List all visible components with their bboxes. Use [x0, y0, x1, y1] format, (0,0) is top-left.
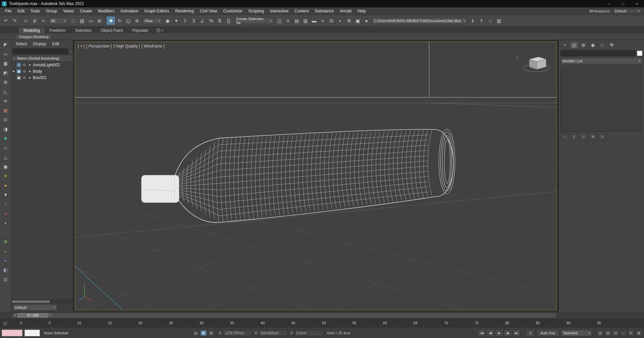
- orbit-icon[interactable]: ↻: [628, 330, 635, 336]
- materials-filter-icon[interactable]: ●: [2, 210, 9, 217]
- render-setup-icon[interactable]: ⚙: [345, 16, 353, 25]
- scene-object-row[interactable]: ▶ ▦ ⊙ ● Body: [11, 68, 73, 74]
- visibility-eye-icon[interactable]: ⊙: [22, 63, 26, 67]
- ribbon-tab-modeling[interactable]: Modeling: [19, 27, 45, 33]
- import-file-icon[interactable]: ⇓: [469, 16, 477, 25]
- containers-filter-icon[interactable]: ◒: [2, 248, 9, 255]
- modifier-stack[interactable]: [560, 66, 642, 132]
- schematic-view-icon[interactable]: ⊟: [327, 16, 336, 25]
- pin-stack-button[interactable]: ⌖: [560, 133, 569, 140]
- menu-item[interactable]: Tools: [28, 9, 43, 13]
- space-warps-filter-icon[interactable]: ◔: [2, 229, 9, 236]
- asset-library-icon[interactable]: ▥: [495, 16, 503, 25]
- viewport-quality-menu[interactable]: [ High Quality ]: [113, 44, 140, 49]
- explorer-menu-item[interactable]: Edit: [49, 42, 62, 46]
- foliage-icon[interactable]: ✿: [2, 238, 9, 245]
- display-grid-icon[interactable]: ▦: [2, 60, 9, 67]
- menu-item[interactable]: Scripting: [245, 9, 267, 13]
- menu-item[interactable]: Edit: [14, 9, 28, 13]
- scene-object-row[interactable]: ✶ ⊙ ● ArnoldLight002: [11, 62, 73, 68]
- percent-snap-icon[interactable]: %: [207, 16, 215, 25]
- ribbon-tab-selection[interactable]: Selection: [70, 27, 96, 33]
- spinner-snap-icon[interactable]: ⇅: [216, 16, 224, 25]
- previous-frame-button[interactable]: ◀|: [486, 330, 494, 336]
- time-slider-handle[interactable]: 0 / 100: [17, 313, 48, 318]
- redo-icon[interactable]: ↷: [10, 16, 19, 25]
- toothpaste-tube-wireframe[interactable]: [142, 129, 455, 222]
- expand-toggle-icon[interactable]: ▶: [12, 70, 15, 73]
- viewport-general-menu[interactable]: [ + ]: [78, 44, 85, 49]
- maximize-button[interactable]: □: [616, 0, 630, 7]
- unlink-selection-icon[interactable]: ⊄: [31, 16, 39, 25]
- next-frame-button[interactable]: |▶: [504, 330, 512, 336]
- menu-item[interactable]: Substance: [312, 9, 337, 13]
- hidden-filter-icon[interactable]: ▤: [2, 276, 9, 283]
- explorer-column-header[interactable]: ▲ Name (Sorted Ascending): [11, 55, 73, 62]
- visibility-eye-icon[interactable]: ⊙: [22, 76, 26, 79]
- zoom-icon[interactable]: ◎: [597, 330, 604, 336]
- display-layers-icon[interactable]: ◩: [2, 69, 9, 76]
- polygon-modeling-panel-button[interactable]: Polygon Modeling: [15, 34, 52, 40]
- explorer-horizontal-scrollbar[interactable]: [11, 299, 73, 303]
- menu-item[interactable]: Group: [43, 9, 60, 13]
- close-button[interactable]: ×: [630, 0, 644, 7]
- zoom-extents-icon[interactable]: ⊡: [612, 330, 619, 336]
- play-button[interactable]: ▶: [495, 330, 503, 336]
- shapes-filter-icon[interactable]: ◇: [2, 144, 9, 151]
- viewport-canvas[interactable]: ⌂: [75, 42, 556, 310]
- export-file-icon[interactable]: ⇑: [477, 16, 486, 25]
- auto-key-button[interactable]: Auto Key: [537, 330, 559, 336]
- undo-icon[interactable]: ↶: [2, 16, 10, 25]
- menu-item[interactable]: Graph Editors: [141, 9, 172, 13]
- keyboard-override-icon[interactable]: ⇧: [181, 16, 189, 25]
- particles-filter-icon[interactable]: ✱: [2, 135, 9, 142]
- viewport-pov-menu[interactable]: [ Perspective ]: [86, 44, 112, 49]
- angle-snap-icon[interactable]: ∠: [198, 16, 207, 25]
- isolate-selection-toggle[interactable]: ◎: [193, 330, 199, 336]
- set-key-mode-button[interactable]: +: [526, 329, 535, 337]
- pan-icon[interactable]: ↔: [620, 330, 627, 336]
- layer-explorer-icon[interactable]: ▤: [292, 16, 301, 25]
- menu-item[interactable]: Views: [60, 9, 77, 13]
- menu-item[interactable]: Help: [355, 9, 369, 13]
- selection-lock-toggle[interactable]: ⊠: [200, 330, 207, 336]
- ribbon-toggle-icon[interactable]: ▬: [310, 16, 318, 25]
- create-tab[interactable]: +: [560, 42, 569, 49]
- menu-item[interactable]: Interactive: [267, 9, 291, 13]
- select-and-rotate-icon[interactable]: ↻: [115, 16, 124, 25]
- filter-list-icon[interactable]: ▼: [2, 191, 9, 198]
- align-icon[interactable]: ≡: [284, 16, 292, 25]
- modify-tab[interactable]: ◎: [570, 42, 578, 49]
- lights-filter-icon[interactable]: ☀: [2, 173, 9, 180]
- menu-item[interactable]: File: [2, 9, 14, 13]
- select-and-manipulate-icon[interactable]: ✦: [172, 16, 180, 25]
- explorer-menu-item[interactable]: Display: [30, 42, 49, 46]
- render-toggle-icon[interactable]: ●: [28, 69, 32, 73]
- ribbon-config-icon[interactable]: [156, 28, 161, 32]
- selection-filter-dropdown[interactable]: All▾: [49, 17, 68, 24]
- sphere-primitive-icon[interactable]: ●: [2, 182, 9, 189]
- mirror-icon[interactable]: ◫: [275, 16, 283, 25]
- menu-item[interactable]: Rendering: [172, 9, 197, 13]
- named-selection-sets-icon[interactable]: {}: [224, 16, 233, 25]
- viewport-shading-menu[interactable]: [ Wireframe ]: [142, 44, 165, 49]
- maximize-viewport-icon[interactable]: ⊞: [635, 330, 642, 336]
- script-listener-field[interactable]: [24, 330, 40, 336]
- container-icon[interactable]: ⊡: [2, 116, 9, 123]
- select-and-move-icon[interactable]: ✚: [107, 16, 115, 25]
- scrollbar-thumb[interactable]: [12, 300, 50, 303]
- remove-modifier-button[interactable]: ✖: [589, 133, 597, 140]
- object-color-swatch[interactable]: [637, 51, 642, 56]
- window-crossing-icon[interactable]: ⊞: [95, 16, 104, 25]
- ribbon-minimize-icon[interactable]: ▾: [162, 29, 164, 32]
- frozen-filter-icon[interactable]: ◧: [2, 266, 9, 273]
- menu-item[interactable]: Modifiers: [95, 9, 117, 13]
- visibility-eye-icon[interactable]: ⊙: [22, 69, 26, 73]
- workspaces-dropdown[interactable]: Default▾: [612, 8, 642, 14]
- view-cube[interactable]: ⌂: [516, 55, 550, 72]
- go-to-start-button[interactable]: |◀: [478, 330, 486, 336]
- mini-curve-editor-button[interactable]: ≈: [2, 321, 8, 326]
- select-by-name-icon[interactable]: ▤: [78, 16, 86, 25]
- modifier-list-dropdown[interactable]: Modifier List▾: [560, 58, 642, 64]
- menu-item[interactable]: Create: [77, 9, 95, 13]
